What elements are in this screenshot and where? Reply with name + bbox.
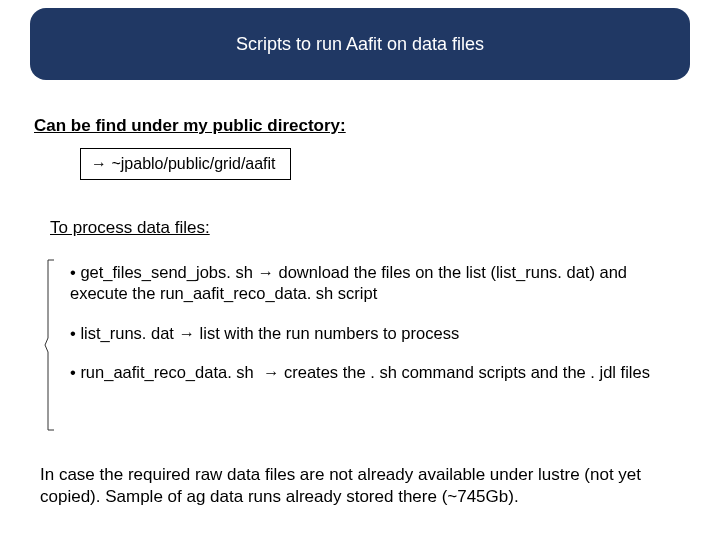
list-item: • get_files_send_jobs. sh → download the… — [70, 262, 686, 305]
title-text: Scripts to run Aafit on data files — [236, 34, 484, 55]
directory-heading-text: Can be find under my public directory: — [34, 116, 346, 135]
list-item: • run_aafit_reco_data. sh → creates the … — [70, 362, 686, 383]
footer-text: In case the required raw data files are … — [40, 465, 641, 506]
script-list: • get_files_send_jobs. sh → download the… — [70, 262, 686, 402]
section-heading-text: To process data files: — [50, 218, 210, 237]
item-name: list_runs. dat — [80, 324, 174, 342]
arrow-icon: → — [263, 363, 280, 381]
section-heading: To process data files: — [50, 218, 210, 238]
title-banner: Scripts to run Aafit on data files — [30, 8, 690, 80]
arrow-icon: → — [91, 155, 107, 172]
path-text: ~jpablo/public/grid/aafit — [111, 155, 275, 172]
footer-note: In case the required raw data files are … — [40, 464, 696, 508]
arrow-icon: → — [257, 263, 274, 281]
path-box: → ~jpablo/public/grid/aafit — [80, 148, 291, 180]
item-name: get_files_send_jobs. sh — [80, 263, 252, 281]
bracket-icon — [44, 258, 56, 432]
item-desc: list with the run numbers to process — [200, 324, 460, 342]
item-name: run_aafit_reco_data. sh — [80, 363, 253, 381]
arrow-icon: → — [179, 324, 196, 342]
item-desc: creates the . sh command scripts and the… — [284, 363, 650, 381]
list-item: • list_runs. dat → list with the run num… — [70, 323, 686, 344]
directory-heading: Can be find under my public directory: — [34, 116, 346, 136]
